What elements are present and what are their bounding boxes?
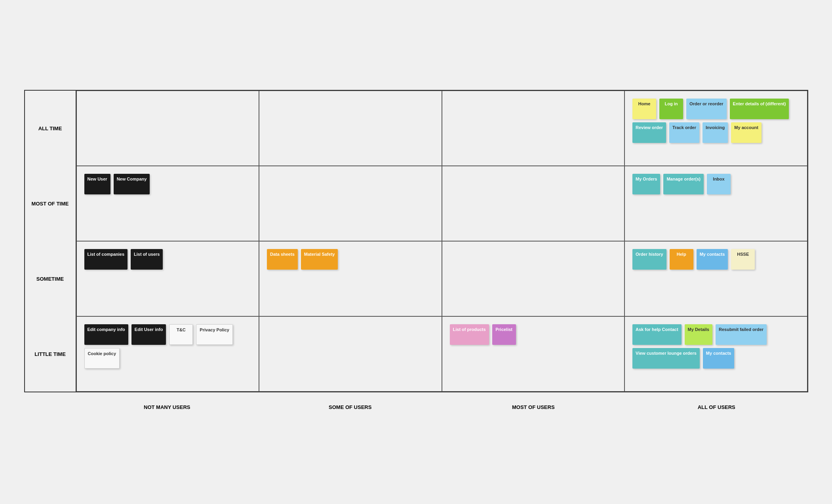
notes-area: List of companiesList of users <box>83 247 253 271</box>
sticky-note: My contacts <box>697 249 728 270</box>
column-label: MOST OF USERS <box>442 398 625 414</box>
sticky-note: Order or reorder <box>686 99 727 119</box>
sticky-note: Review order <box>632 122 666 143</box>
sticky-note: Ask for help Contact <box>632 324 682 345</box>
sticky-note: Manage order(s) <box>663 174 704 194</box>
notes-area: New UserNew Company <box>83 172 253 196</box>
cell-most-col1 <box>259 166 442 241</box>
cell-sometime-col3: Order historyHelpMy contactsHSSE <box>624 241 807 316</box>
sticky-note: Edit company info <box>84 324 128 345</box>
cell-little-col1 <box>259 316 442 392</box>
notes-area: Edit company infoEdit User infoT&CPrivac… <box>83 323 253 370</box>
notes-area: List of productsPricelist <box>448 323 619 346</box>
row-label-sometime: SOMETIME <box>25 241 76 316</box>
cell-most-col2 <box>442 166 625 241</box>
cell-sometime-col1: Data sheetsMaterial Safety <box>259 241 442 316</box>
notes-area: Data sheetsMaterial Safety <box>265 247 436 271</box>
sticky-note: Help <box>670 249 693 270</box>
cell-most-col0: New UserNew Company <box>76 166 259 241</box>
sticky-note: List of products <box>450 324 489 345</box>
sticky-note: My Details <box>685 324 712 345</box>
cell-alltime-col3: HomeLog inOrder or reorderEnter details … <box>624 91 807 166</box>
column-label: NOT MANY USERS <box>76 398 259 414</box>
sticky-note: My Orders <box>632 174 660 194</box>
sticky-note: Data sheets <box>267 249 298 270</box>
cell-sometime-col2 <box>442 241 625 316</box>
cell-sometime-col0: List of companiesList of users <box>76 241 259 316</box>
cell-alltime-col0 <box>76 91 259 166</box>
notes-area: My OrdersManage order(s)Inbox <box>631 172 801 196</box>
sticky-note: HSSE <box>731 249 755 270</box>
main-wrapper: ALL TIMEHomeLog inOrder or reorderEnter … <box>24 90 808 414</box>
sticky-note: List of companies <box>84 249 128 270</box>
column-label: SOME OF USERS <box>259 398 442 414</box>
cell-little-col0: Edit company infoEdit User infoT&CPrivac… <box>76 316 259 392</box>
sticky-note: New Company <box>114 174 150 194</box>
sticky-note: Invoicing <box>703 122 728 143</box>
cell-most-col3: My OrdersManage order(s)Inbox <box>624 166 807 241</box>
sticky-note: Track order <box>669 122 699 143</box>
cell-little-col2: List of productsPricelist <box>442 316 625 392</box>
cell-alltime-col2 <box>442 91 625 166</box>
sticky-note: Home <box>632 99 656 119</box>
sticky-note: Resubmit failed order <box>716 324 767 345</box>
row-label-little: LITTLE TIME <box>25 316 76 392</box>
sticky-note: Privacy Policy <box>196 324 233 345</box>
sticky-note: View customer lounge orders <box>632 348 700 369</box>
notes-area: Ask for help ContactMy DetailsResubmit f… <box>631 323 801 370</box>
sticky-note: My account <box>731 122 762 143</box>
sticky-note: My contacts <box>703 348 735 369</box>
sticky-note: Inbox <box>707 174 731 194</box>
sticky-note: T&C <box>169 324 193 345</box>
row-label-most: MOST OF TIME <box>25 166 76 241</box>
column-labels: NOT MANY USERSSOME OF USERSMOST OF USERS… <box>24 392 808 414</box>
sticky-note: List of users <box>131 249 163 270</box>
sticky-note: New User <box>84 174 110 194</box>
row-label-alltime: ALL TIME <box>25 91 76 166</box>
cell-alltime-col1 <box>259 91 442 166</box>
sticky-note: Pricelist <box>492 324 516 345</box>
sticky-note: Edit User info <box>131 324 166 345</box>
notes-area: Order historyHelpMy contactsHSSE <box>631 247 801 271</box>
sticky-note: Log in <box>659 99 683 119</box>
notes-area: HomeLog inOrder or reorderEnter details … <box>631 97 801 145</box>
cell-little-col3: Ask for help ContactMy DetailsResubmit f… <box>624 316 807 392</box>
sticky-note: Material Safety <box>301 249 338 270</box>
sticky-note: Order history <box>632 249 666 270</box>
column-label: ALL OF USERS <box>625 398 808 414</box>
priority-grid: ALL TIMEHomeLog inOrder or reorderEnter … <box>24 90 808 392</box>
sticky-note: Cookie policy <box>84 348 120 369</box>
sticky-note: Enter details of (different) <box>730 99 789 119</box>
